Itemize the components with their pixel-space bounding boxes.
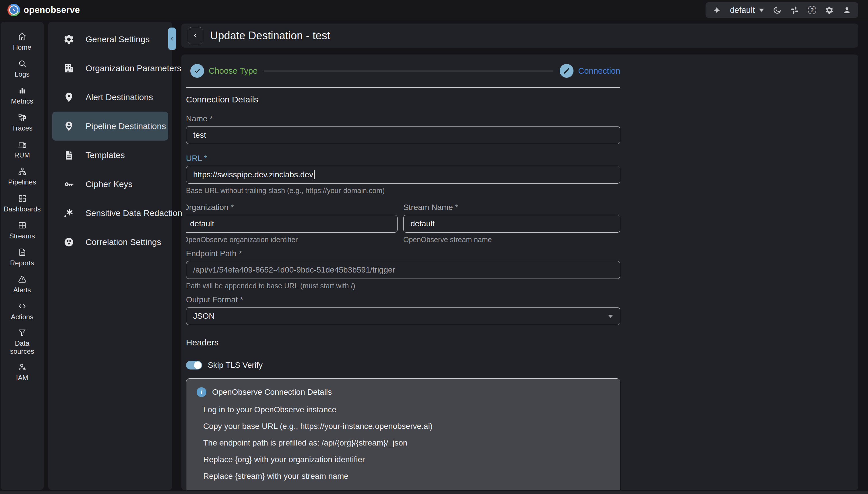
endpoint-path-hint: Path will be appended to base URL (must …: [186, 282, 858, 290]
check-icon: [193, 67, 201, 75]
page-body: Home Logs Metrics Traces RUM Pipelines: [0, 20, 868, 494]
window-grid-icon: [18, 221, 27, 230]
stepper-connector-line: [264, 71, 553, 72]
url-input[interactable]: https://swisspipe.dev.zinclabs.dev: [186, 166, 620, 184]
warning-triangle-icon: [18, 275, 27, 284]
sidebar-item-rum[interactable]: RUM: [1, 136, 44, 163]
main-content: Update Destination - test Choose Type Co…: [181, 23, 858, 490]
step-connection-circle[interactable]: [560, 64, 573, 78]
settings-item-templates[interactable]: Templates: [52, 140, 168, 170]
sidebar-item-traces[interactable]: Traces: [1, 109, 44, 136]
settings-item-pipeline-destinations[interactable]: Pipeline Destinations: [52, 112, 168, 140]
skip-tls-label: Skip TLS Verify: [208, 361, 263, 370]
info-line: Log in to your OpenObserve instance: [203, 406, 611, 414]
key-icon: [63, 178, 75, 190]
organization-hint: OpenObserve organization identifier: [186, 235, 398, 244]
step-choose-type-circle[interactable]: [190, 64, 204, 78]
stepper-divider: [186, 87, 620, 88]
dashboard-grid-icon: [18, 194, 27, 203]
bar-chart-icon: [18, 86, 27, 95]
pencil-icon: [563, 67, 570, 75]
sidebar-item-iam[interactable]: IAM: [1, 359, 44, 385]
org-stream-row: Organization * default OpenObserve organ…: [186, 203, 620, 244]
back-button[interactable]: [188, 27, 203, 44]
document-icon: [18, 248, 27, 257]
output-format-select[interactable]: JSON: [186, 307, 620, 325]
sidebar-item-home[interactable]: Home: [1, 28, 44, 55]
help-icon[interactable]: ?: [808, 6, 816, 14]
brand: openobserve: [7, 4, 80, 16]
stream-name-hint: OpenObserve stream name: [403, 235, 620, 244]
connection-info-box: i OpenObserve Connection Details Log in …: [186, 378, 620, 490]
info-box-header: i OpenObserve Connection Details: [197, 387, 611, 397]
step-label-choose-type[interactable]: Choose Type: [209, 66, 257, 76]
page-title-bar: Update Destination - test: [181, 23, 858, 48]
settings-gear-icon[interactable]: [825, 6, 834, 15]
user-profile-icon[interactable]: [843, 6, 851, 15]
app-root: openobserve default ?: [0, 0, 868, 494]
primary-sidebar: Home Logs Metrics Traces RUM Pipelines: [1, 22, 44, 490]
skip-tls-toggle[interactable]: [186, 361, 202, 369]
settings-item-sensitive-data-redaction[interactable]: Sensitive Data Redaction: [52, 198, 168, 228]
location-pin-icon: [63, 92, 75, 103]
endpoint-path-input[interactable]: /api/v1/54efa409-8652-4d00-9bdc-51de45b3…: [186, 261, 620, 279]
sparkle-icon[interactable]: [713, 6, 721, 15]
user-gear-icon: [18, 363, 27, 372]
funnel-icon: [18, 328, 27, 337]
page-title: Update Destination - test: [210, 30, 330, 42]
building-icon: [63, 62, 75, 74]
chevron-down-icon: [608, 315, 613, 318]
top-header: openobserve default ?: [0, 0, 868, 20]
stream-name-column: Stream Name * default OpenObserve stream…: [403, 203, 620, 244]
settings-item-general-settings[interactable]: General Settings: [52, 25, 168, 54]
header-controls: default ?: [705, 2, 858, 18]
settings-item-alert-destinations[interactable]: Alert Destinations: [52, 83, 168, 112]
sidebar-item-actions[interactable]: Actions: [1, 298, 44, 325]
settings-item-correlation-settings[interactable]: Correlation Settings: [52, 228, 168, 256]
name-input[interactable]: test: [186, 126, 620, 144]
sidebar-item-reports[interactable]: Reports: [1, 244, 44, 271]
sidebar-item-pipelines[interactable]: Pipelines: [1, 163, 44, 190]
trace-nodes-icon: [18, 113, 27, 122]
slack-icon[interactable]: [790, 6, 799, 15]
person-pin-icon: [63, 120, 75, 132]
text-cursor: [314, 170, 315, 179]
dark-mode-moon-icon[interactable]: [773, 6, 781, 15]
chevron-down-icon: [759, 8, 764, 12]
settings-sidebar: General Settings Organization Parameters…: [48, 22, 172, 490]
organization-column: Organization * default OpenObserve organ…: [186, 203, 398, 244]
org-selector[interactable]: default: [730, 5, 764, 15]
field-label-url: URL *: [186, 154, 858, 163]
sidebar-item-alerts[interactable]: Alerts: [1, 271, 44, 298]
destination-form-card: Choose Type Connection Connection Detail…: [181, 55, 858, 490]
chevron-left-icon: [192, 33, 199, 39]
info-line: Replace {stream} with your stream name: [203, 472, 611, 480]
gear-icon: [63, 34, 75, 45]
organization-input[interactable]: default: [186, 215, 398, 233]
node-tree-icon: [18, 167, 27, 176]
field-label-name: Name *: [186, 114, 858, 124]
brand-name: openobserve: [23, 5, 80, 15]
sidebar-item-data-sources[interactable]: Data sources: [1, 325, 44, 359]
url-hint: Base URL without trailing slash (e.g., h…: [186, 187, 858, 195]
dot-cluster-icon: [63, 236, 75, 248]
skip-tls-row: Skip TLS Verify: [186, 361, 858, 370]
step-label-connection[interactable]: Connection: [578, 66, 620, 76]
sidebar-item-metrics[interactable]: Metrics: [1, 82, 44, 109]
settings-item-organization-parameters[interactable]: Organization Parameters: [52, 54, 168, 83]
field-label-output-format: Output Format *: [186, 295, 858, 304]
code-brackets-icon: [18, 302, 27, 311]
sidebar-item-logs[interactable]: Logs: [1, 55, 44, 82]
chevron-left-icon: [170, 37, 174, 41]
field-label-organization: Organization *: [186, 203, 398, 212]
sidebar-collapse-button[interactable]: [168, 27, 176, 50]
sidebar-item-streams[interactable]: Streams: [1, 217, 44, 244]
settings-item-cipher-keys[interactable]: Cipher Keys: [52, 170, 168, 198]
section-title-connection-details: Connection Details: [186, 95, 858, 104]
openobserve-logo-icon: [7, 4, 20, 16]
stream-name-input[interactable]: default: [403, 215, 620, 233]
stepper: Choose Type Connection: [186, 64, 620, 78]
file-document-icon: [63, 150, 75, 161]
sidebar-item-dashboards[interactable]: Dashboards: [1, 190, 44, 217]
field-label-stream-name: Stream Name *: [403, 203, 620, 212]
